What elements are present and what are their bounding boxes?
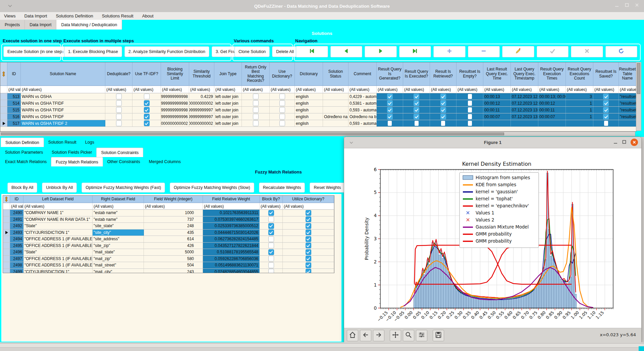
checkbox[interactable] <box>603 94 609 99</box>
nav-cancel-button[interactable] <box>571 46 603 57</box>
cell-timestamp[interactable]: 07.12.2023 12: <box>511 93 538 100</box>
cell-blocking[interactable]: 999999999996 <box>161 113 189 120</box>
checkbox[interactable] <box>468 114 472 119</box>
checkbox[interactable] <box>415 121 419 126</box>
cell-left[interactable]: "OFFICE ADDRESS 1 (IF AVAILABLE)" <box>23 256 93 262</box>
cell-right[interactable]: "estab name" <box>93 216 144 223</box>
column-header[interactable]: Solution Name <box>21 62 105 86</box>
checkbox[interactable] <box>387 114 393 119</box>
cell-weight[interactable]: 5000 <box>144 249 203 255</box>
cell-dict[interactable] <box>283 223 334 229</box>
cell-status[interactable] <box>323 100 348 106</box>
checkbox[interactable] <box>414 94 419 99</box>
figure-maximize-icon[interactable] <box>622 140 627 145</box>
cell-saved[interactable] <box>593 93 619 100</box>
nav-post-button[interactable] <box>537 46 569 57</box>
cell-weight[interactable]: 614 <box>144 236 203 242</box>
cell-block[interactable] <box>260 249 283 255</box>
checkbox[interactable] <box>414 107 419 113</box>
cell-block[interactable] <box>260 262 283 268</box>
nav-delete-button[interactable] <box>468 46 500 57</box>
tab-solution-definition[interactable]: Solution Definition <box>1 138 44 147</box>
nav-next-button[interactable] <box>365 46 397 57</box>
cell-weight[interactable]: 1000 <box>144 210 203 216</box>
filter-cell[interactable]: (All values) <box>295 86 323 93</box>
checkbox[interactable] <box>253 120 259 126</box>
cell-retrieved[interactable] <box>430 107 457 113</box>
column-header[interactable]: Block By? <box>260 196 283 203</box>
cell-empty[interactable] <box>457 120 483 127</box>
checkbox[interactable] <box>468 121 472 126</box>
button-1-execute-blocking-phase[interactable]: 1. Execute Blocking Phase <box>64 46 122 57</box>
cell-weight[interactable]: 248 <box>144 223 203 229</box>
cell-empty[interactable] <box>457 113 483 120</box>
cell-dedup[interactable] <box>105 120 132 127</box>
filter-cell[interactable]: (All values) <box>189 86 214 93</box>
cell-table[interactable]: "resultset 5 <box>619 93 636 100</box>
column-header[interactable]: Result Is Retrieved? <box>430 62 457 86</box>
checkbox[interactable] <box>279 100 285 106</box>
filter-cell[interactable]: (All values) <box>260 203 283 210</box>
cell-join[interactable]: left outer join <box>214 113 242 120</box>
cell-id[interactable]: 517 <box>7 120 21 127</box>
cell-exec_count[interactable]: 1 <box>566 100 593 106</box>
cell-id[interactable]: 2496 <box>10 249 23 255</box>
nav-last-button[interactable] <box>399 46 431 57</box>
cell-status[interactable]: Određeno na b <box>323 113 348 120</box>
filter-cell[interactable] <box>0 86 7 93</box>
filter-cell[interactable]: (All values) <box>93 203 144 210</box>
column-header[interactable]: Dictionary <box>295 62 323 86</box>
cell-timestamp[interactable]: 07.12.2023 13: <box>511 107 538 113</box>
mpl-zoom-button[interactable] <box>403 330 414 341</box>
figure-window-menu-chevron-icon[interactable] <box>350 140 353 145</box>
nav-insert-button[interactable] <box>433 46 466 57</box>
checkbox[interactable] <box>468 107 472 112</box>
cell-retrieved[interactable] <box>430 93 457 100</box>
cell-left[interactable]: "COMPANY NAME IN RAW DATA 1" <box>23 216 93 223</box>
filter-cell[interactable] <box>3 203 10 210</box>
checkbox[interactable] <box>306 269 311 273</box>
cell-saved[interactable] <box>593 113 619 120</box>
column-header[interactable]: Result Query Is Generated? <box>377 62 403 86</box>
grid-corner-updown-icon[interactable] <box>0 62 7 86</box>
menu-item-views[interactable]: Views <box>4 13 15 18</box>
checkbox[interactable] <box>144 107 150 113</box>
filter-cell[interactable]: (All values) <box>144 203 203 210</box>
tab-solution-constraints[interactable]: Solution Constraints <box>96 148 143 157</box>
cell-block[interactable] <box>260 223 283 229</box>
column-header[interactable]: Join Type <box>214 62 242 86</box>
checkbox[interactable] <box>468 101 472 106</box>
cell-dedup[interactable] <box>105 93 132 100</box>
cell-exec_count[interactable] <box>566 120 593 127</box>
mpl-home-button[interactable] <box>347 330 358 341</box>
checkbox[interactable] <box>268 216 274 222</box>
button-unblock-by-all[interactable]: Unblock By All <box>42 183 77 193</box>
column-header[interactable]: ID <box>10 196 23 203</box>
checkbox[interactable] <box>253 114 259 119</box>
checkbox[interactable] <box>414 100 419 106</box>
filter-cell[interactable]: (All values) <box>7 86 21 93</box>
figure-minimize-icon[interactable] <box>613 140 618 145</box>
row-gutter[interactable] <box>3 223 10 229</box>
checkbox[interactable] <box>387 107 393 113</box>
cell-status[interactable] <box>323 120 348 127</box>
cell-q_gen[interactable] <box>377 113 403 120</box>
nav-edit-button[interactable] <box>502 46 534 57</box>
cell-left[interactable]: "OFFICE ADDRESS 1 (IF AVAILABLE)" <box>23 243 93 249</box>
checkbox[interactable] <box>268 230 274 235</box>
checkbox[interactable] <box>603 107 609 113</box>
checkbox[interactable] <box>387 94 393 99</box>
cell-id[interactable]: 515 <box>7 107 21 113</box>
checkbox[interactable] <box>603 114 609 119</box>
cell-exec_times[interactable]: 00:00:07 <box>538 113 566 120</box>
checkbox[interactable] <box>268 249 274 255</box>
checkbox[interactable] <box>144 114 150 119</box>
cell-right[interactable]: "mail_street" <box>93 262 144 268</box>
checkbox[interactable] <box>306 210 311 216</box>
cell-comment[interactable]: 0,4229 - autom <box>348 93 377 100</box>
cell-left[interactable]: "COMPANY NAME 1" <box>23 210 93 216</box>
cell-right[interactable]: "mail_zip" <box>93 256 144 262</box>
cell-right[interactable]: "site_zip" <box>93 243 144 249</box>
cell-dict[interactable] <box>283 210 334 216</box>
tab-fuzzy-match-relations[interactable]: Fuzzy Match Relations <box>51 157 103 166</box>
